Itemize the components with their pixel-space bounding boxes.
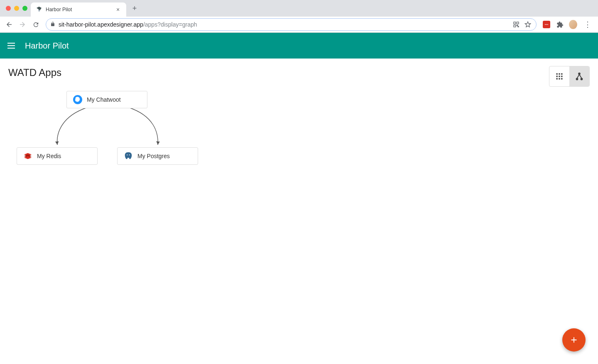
add-button[interactable] xyxy=(562,328,586,352)
svg-rect-2 xyxy=(514,25,516,27)
svg-rect-10 xyxy=(561,76,562,77)
svg-rect-4 xyxy=(518,26,519,27)
profile-avatar[interactable] xyxy=(569,20,577,29)
graph-view-button[interactable] xyxy=(569,66,589,86)
address-bar[interactable]: sit-harbor-pilot.apexdesigner.app/apps?d… xyxy=(46,18,537,31)
window-controls xyxy=(4,6,31,11)
svg-rect-0 xyxy=(514,22,516,24)
page-title: WATD Apps xyxy=(8,67,590,78)
app-header: Harbor Pilot xyxy=(0,33,598,59)
chatwoot-icon xyxy=(73,95,83,105)
new-tab-button[interactable]: + xyxy=(129,2,140,14)
reload-button[interactable] xyxy=(30,19,42,30)
graph-canvas[interactable]: My Chatwoot My Redis My Postgres xyxy=(8,91,590,257)
extensions-menu-icon[interactable] xyxy=(556,20,564,29)
extension-lastpass-icon[interactable]: ··· xyxy=(542,20,551,29)
postgres-icon xyxy=(123,151,133,161)
browser-chrome: Harbor Pilot × + sit-harbor-pilot.apexde… xyxy=(0,0,598,33)
browser-tab[interactable]: Harbor Pilot × xyxy=(31,2,126,17)
page-content: WATD Apps My Chatwoot xyxy=(0,59,598,364)
lock-icon xyxy=(50,22,55,28)
svg-rect-12 xyxy=(559,78,560,79)
menu-button[interactable] xyxy=(7,41,17,51)
redis-icon xyxy=(23,151,33,161)
browser-menu-button[interactable]: ⋮ xyxy=(581,20,595,29)
svg-point-15 xyxy=(576,78,578,80)
svg-rect-5 xyxy=(556,73,558,75)
node-label: My Postgres xyxy=(137,153,170,159)
url-host: sit-harbor-pilot.apexdesigner.app xyxy=(59,21,143,28)
view-toggle xyxy=(549,66,590,87)
back-button[interactable] xyxy=(3,19,15,30)
url-path: /apps?display=graph xyxy=(143,21,197,28)
svg-rect-1 xyxy=(517,22,519,24)
svg-rect-8 xyxy=(556,76,558,77)
node-chatwoot[interactable]: My Chatwoot xyxy=(66,91,147,108)
window-close-button[interactable] xyxy=(6,6,11,11)
star-icon[interactable] xyxy=(524,21,532,28)
node-label: My Chatwoot xyxy=(87,96,121,103)
tab-close-button[interactable]: × xyxy=(115,6,121,13)
favicon-icon xyxy=(36,6,42,13)
svg-rect-11 xyxy=(556,78,558,79)
grid-view-button[interactable] xyxy=(549,66,569,86)
svg-rect-6 xyxy=(559,73,560,75)
node-redis[interactable]: My Redis xyxy=(17,147,98,165)
qr-icon[interactable] xyxy=(512,21,520,28)
svg-point-19 xyxy=(129,154,130,155)
browser-toolbar: sit-harbor-pilot.apexdesigner.app/apps?d… xyxy=(0,17,598,32)
svg-point-16 xyxy=(581,78,583,80)
url-text: sit-harbor-pilot.apexdesigner.app/apps?d… xyxy=(59,21,509,28)
svg-rect-3 xyxy=(517,25,517,26)
node-postgres[interactable]: My Postgres xyxy=(117,147,198,165)
svg-rect-13 xyxy=(561,78,562,79)
forward-button[interactable] xyxy=(17,19,28,30)
window-minimize-button[interactable] xyxy=(14,6,19,11)
svg-point-14 xyxy=(578,73,580,75)
tab-strip: Harbor Pilot × + xyxy=(0,0,598,17)
window-maximize-button[interactable] xyxy=(22,6,27,11)
tab-title: Harbor Pilot xyxy=(46,7,111,12)
svg-rect-9 xyxy=(559,76,560,77)
svg-rect-7 xyxy=(561,73,562,75)
app-title: Harbor Pilot xyxy=(25,41,69,51)
node-label: My Redis xyxy=(37,153,61,159)
svg-point-18 xyxy=(127,154,127,155)
